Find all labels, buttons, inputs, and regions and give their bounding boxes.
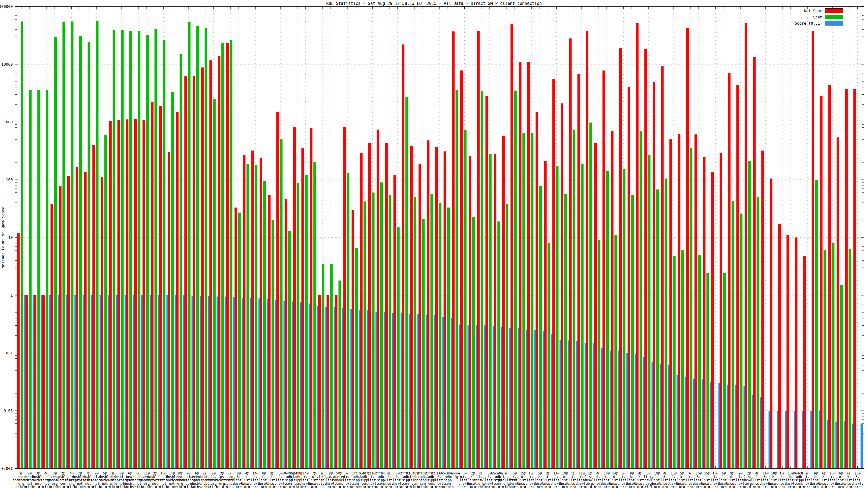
bar-not-spam — [34, 295, 37, 468]
bar-not-spam — [460, 70, 463, 468]
bar-spam — [380, 183, 383, 468]
bar-spam — [171, 92, 174, 468]
bar-spam — [480, 91, 484, 468]
bar-spam — [372, 193, 375, 468]
bar-spam — [447, 208, 450, 468]
bar-not-spam — [385, 143, 388, 468]
bar-spam — [439, 203, 442, 468]
bar-not-spam — [753, 57, 756, 468]
legend-item-not-spam: Not Spam — [795, 8, 843, 14]
y-tick-label: 0.01 — [3, 409, 13, 413]
bar-not-spam — [594, 143, 597, 468]
rbl-statistics-chart: 1000001000010001001010.10.010.0012@zen.s… — [0, 0, 868, 488]
bar-spam — [247, 164, 249, 468]
bar-not-spam — [602, 70, 605, 468]
bar-not-spam — [176, 112, 179, 468]
bar-spam — [422, 219, 425, 468]
bar-not-spam — [686, 28, 689, 468]
bar-not-spam — [67, 176, 70, 468]
bar-spam — [113, 30, 115, 468]
bar-spam — [506, 204, 508, 468]
bar-not-spam — [235, 208, 237, 468]
bar-not-spam — [243, 155, 246, 468]
bar-not-spam — [720, 153, 722, 468]
bar-spam — [347, 173, 350, 468]
bar-spam — [129, 31, 132, 468]
bar-spam — [656, 190, 659, 468]
y-tick-label: 10 — [8, 235, 13, 240]
bar-not-spam — [803, 256, 806, 468]
bar-spam — [756, 197, 759, 468]
bar-not-spam — [76, 167, 79, 468]
bar-not-spam — [109, 121, 112, 468]
bar-not-spam — [812, 31, 814, 468]
bar-not-spam — [301, 148, 304, 468]
bar-spam — [606, 171, 609, 468]
bar-spam — [849, 249, 851, 468]
bar-spam — [548, 243, 550, 468]
bar-spam — [581, 164, 584, 468]
bar-spam — [648, 155, 651, 468]
bar-not-spam — [84, 172, 87, 468]
bar-not-spam — [259, 158, 262, 468]
bar-spam — [79, 36, 82, 468]
bar-not-spam — [327, 295, 329, 468]
bar-spam — [397, 227, 400, 468]
bar-spam — [221, 43, 224, 468]
bar-not-spam — [586, 31, 589, 468]
bar-not-spam — [678, 134, 681, 468]
bar-spam — [815, 180, 818, 468]
bar-spam — [188, 22, 191, 468]
bar-not-spam — [318, 295, 321, 468]
bar-not-spam — [486, 96, 488, 468]
bar-not-spam — [218, 56, 220, 468]
bar-not-spam — [578, 74, 580, 468]
bar-not-spam — [126, 119, 129, 468]
bar-spam — [121, 30, 124, 468]
bar-not-spam — [443, 151, 446, 468]
bar-not-spam — [477, 31, 480, 468]
legend-label-not-spam: Not Spam — [804, 9, 822, 13]
bar-spam — [631, 195, 634, 468]
bar-spam — [62, 22, 65, 468]
bar-spam — [339, 281, 341, 468]
bar-not-spam — [694, 134, 697, 468]
bar-not-spam — [335, 295, 338, 468]
bar-not-spam — [778, 224, 781, 468]
bar-not-spam — [427, 140, 430, 468]
bar-spam — [146, 35, 149, 468]
bar-not-spam — [527, 62, 530, 468]
bar-spam — [740, 214, 743, 468]
bar-spam — [297, 183, 300, 468]
bar-not-spam — [854, 89, 856, 468]
bar-not-spam — [569, 38, 572, 468]
bar-not-spam — [619, 48, 622, 468]
bar-not-spam — [435, 147, 438, 468]
bar-not-spam — [837, 137, 839, 468]
bar-spam — [681, 250, 684, 468]
bar-spam — [489, 154, 492, 468]
bar-not-spam — [410, 145, 413, 468]
bar-spam — [732, 201, 734, 468]
bar-not-spam — [762, 151, 764, 468]
bar-spam — [698, 255, 701, 468]
bar-not-spam — [552, 79, 555, 468]
legend-label-spam: Spam — [813, 15, 822, 19]
y-tick-label: 1 — [10, 293, 13, 297]
bar-not-spam — [201, 67, 204, 468]
legend-swatch-not-spam-icon — [825, 8, 843, 13]
bar-spam — [205, 28, 207, 468]
bar-spam — [389, 195, 392, 468]
bar-spam — [21, 22, 23, 468]
bar-spam — [37, 90, 40, 468]
bar-spam — [272, 220, 274, 468]
bar-not-spam — [661, 66, 664, 468]
legend-swatch-spam-icon — [825, 14, 843, 19]
y-tick-label: 1000 — [3, 120, 13, 124]
bar-spam — [180, 54, 182, 468]
bar-not-spam — [711, 172, 714, 468]
bar-not-spam — [268, 195, 271, 468]
bar-spam — [288, 231, 291, 468]
bar-spam — [614, 235, 617, 468]
bar-not-spam — [820, 96, 823, 468]
